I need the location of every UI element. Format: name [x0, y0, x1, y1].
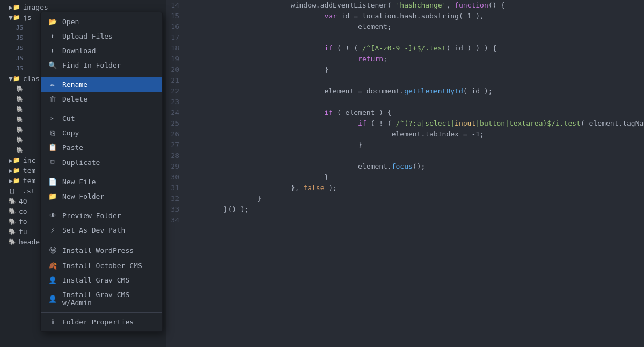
folder-icon: 📁	[13, 157, 20, 164]
code-line-17: 17	[166, 32, 644, 43]
sidebar-item-label	[26, 85, 31, 93]
new-file-icon: 📄	[48, 178, 57, 186]
trash-icon: 🗑	[48, 95, 57, 103]
sidebar-item-label	[26, 54, 30, 62]
sidebar-item-label	[26, 146, 31, 154]
menu-item-label: New File	[62, 178, 96, 186]
code-line-29: 29 element.focus();	[166, 161, 644, 172]
menu-item-dev-path[interactable]: ⚡ Set As Dev Path	[41, 223, 162, 237]
grav-admin-icon: 👤	[48, 295, 57, 303]
code-line-23: 23	[166, 97, 644, 107]
sidebar-item-label	[26, 95, 31, 103]
menu-item-open[interactable]: 📂 Open	[41, 15, 162, 29]
line-number: 16	[166, 21, 188, 32]
code-line-14: 14 window.addEventListener( 'hashchange'…	[166, 0, 644, 11]
menu-item-grav-admin[interactable]: 👤 Install Grav CMS w/Admin	[41, 287, 162, 310]
sidebar-item-label: co	[19, 207, 27, 215]
menu-item-label: Open	[62, 18, 79, 26]
line-number: 32	[166, 193, 188, 204]
line-number: 21	[166, 75, 188, 86]
october-icon: 🍂	[48, 262, 57, 270]
line-content	[188, 215, 644, 226]
line-content: }, false );	[188, 183, 644, 193]
line-content: element = document.getElementById( id );	[188, 86, 644, 97]
code-line-32: 32 }	[166, 193, 644, 204]
collapse-arrow-icon: ▶	[9, 177, 13, 185]
line-content: if ( ! ( /^[A-z0-9_-]+$/.test( id ) ) ) …	[188, 43, 644, 54]
sidebar-item-label: tem	[23, 177, 35, 185]
code-line-31: 31 }, false );	[166, 183, 644, 193]
code-line-24: 24 if ( element ) {	[166, 107, 644, 118]
line-number: 17	[166, 32, 188, 43]
menu-item-properties[interactable]: ℹ Folder Properties	[41, 315, 162, 329]
php-file-icon: 🐘	[16, 96, 24, 103]
code-line-33: 33 }() );	[166, 204, 644, 215]
sidebar-item-label: fo	[19, 218, 27, 226]
sidebar-item-label	[26, 105, 31, 113]
code-editor: 14 window.addEventListener( 'hashchange'…	[166, 0, 644, 347]
menu-item-label: Rename	[62, 81, 87, 89]
line-number: 28	[166, 150, 188, 161]
sidebar-item-images[interactable]: ▶ 📁 images	[0, 2, 166, 12]
menu-divider-3	[41, 172, 162, 172]
menu-item-find[interactable]: 🔍 Find In Folder	[41, 58, 162, 73]
menu-item-new-folder[interactable]: 📁 New Folder	[41, 189, 162, 204]
line-number: 33	[166, 204, 188, 215]
menu-item-duplicate[interactable]: ⧉ Duplicate	[41, 155, 162, 170]
line-number: 23	[166, 97, 188, 107]
php-file-icon: 🐘	[9, 208, 16, 215]
sidebar-item-label	[26, 24, 30, 32]
line-content: }	[188, 140, 644, 150]
sidebar-item-label: .st	[18, 187, 35, 195]
line-number: 29	[166, 161, 188, 172]
menu-item-label: Copy	[62, 129, 79, 137]
menu-item-label: Install October CMS	[62, 262, 142, 270]
js-file-icon: JS	[16, 24, 23, 31]
line-number: 24	[166, 107, 188, 118]
menu-item-paste[interactable]: 📋 Paste	[41, 140, 162, 155]
line-content	[188, 150, 644, 161]
sidebar-item-label	[26, 64, 30, 73]
menu-item-cut[interactable]: ✂ Cut	[41, 111, 162, 126]
menu-item-preview[interactable]: 👁 Preview Folder	[41, 208, 162, 223]
sidebar-item-label: clas	[23, 75, 40, 83]
line-content: }	[188, 193, 644, 204]
sidebar-item-label	[26, 44, 30, 52]
sidebar-item-label: images	[23, 3, 48, 11]
code-line-22: 22 element = document.getElementById( id…	[166, 86, 644, 97]
menu-item-label: Folder Properties	[62, 318, 134, 326]
php-file-icon: 🐘	[16, 126, 24, 133]
menu-item-upload[interactable]: ⬆ Upload Files	[41, 29, 162, 44]
code-line-20: 20 }	[166, 64, 644, 75]
menu-item-wordpress[interactable]: Ⓦ Install WordPress	[41, 242, 162, 258]
menu-item-grav[interactable]: 👤 Install Grav CMS	[41, 273, 162, 287]
code-line-19: 19 return;	[166, 54, 644, 64]
line-content: if ( ! ( /^(?:a|select|input|button|text…	[188, 118, 644, 129]
js-file-icon: JS	[16, 65, 23, 72]
sidebar-item-label: fu	[19, 228, 27, 236]
menu-item-label: Upload Files	[62, 32, 113, 40]
collapse-arrow-icon: ▶	[9, 3, 13, 11]
menu-item-delete[interactable]: 🗑 Delete	[41, 92, 162, 106]
code-line-27: 27 }	[166, 140, 644, 150]
menu-item-rename[interactable]: ✏ Rename	[41, 77, 162, 92]
php-file-icon: 🐘	[16, 85, 24, 92]
line-content: return;	[188, 54, 644, 64]
menu-item-download[interactable]: ⬇ Download	[41, 44, 162, 58]
php-file-icon: 🐘	[16, 116, 24, 123]
menu-item-label: Install Grav CMS w/Admin	[62, 291, 155, 307]
code-line-34: 34	[166, 215, 644, 226]
php-file-icon: 🐘	[16, 136, 24, 143]
menu-item-october[interactable]: 🍂 Install October CMS	[41, 258, 162, 273]
search-icon: 🔍	[48, 61, 57, 69]
php-file-icon: 🐘	[9, 218, 16, 225]
js-file-icon: JS	[16, 45, 23, 52]
menu-item-label: Duplicate	[62, 158, 100, 167]
paste-icon: 📋	[48, 143, 57, 151]
menu-item-copy[interactable]: ⎘ Copy	[41, 126, 162, 140]
code-content[interactable]: 14 window.addEventListener( 'hashchange'…	[166, 0, 644, 347]
code-line-21: 21	[166, 75, 644, 86]
menu-item-new-file[interactable]: 📄 New File	[41, 175, 162, 189]
code-line-18: 18 if ( ! ( /^[A-z0-9_-]+$/.test( id ) )…	[166, 43, 644, 54]
line-content: }	[188, 64, 644, 75]
